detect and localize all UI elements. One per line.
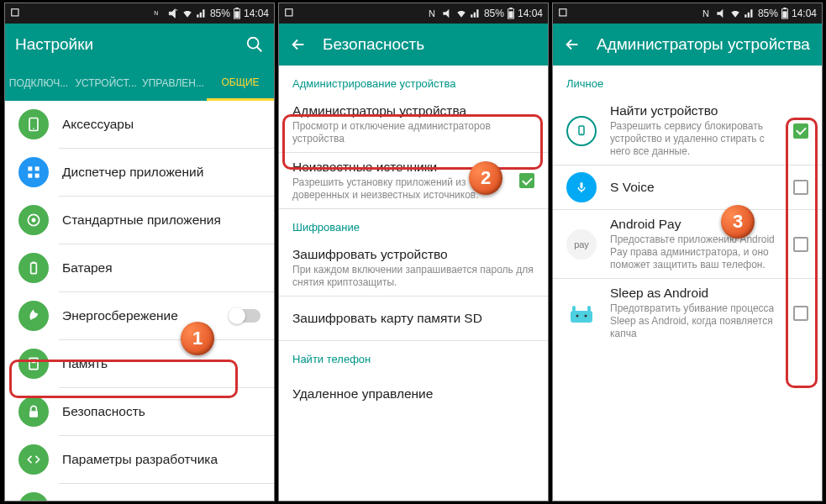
item-device-admins[interactable]: Администраторы устройства Просмотр и отк… [279, 97, 548, 152]
item-label: Зашифровать карту памяти SD [292, 311, 534, 326]
svg-rect-3 [234, 11, 239, 18]
back-button[interactable] [289, 35, 308, 54]
item-unknown-sources[interactable]: Неизвестные источники Разрешить установк… [279, 153, 548, 208]
item-label: Android Pay [610, 217, 780, 232]
item-storage[interactable]: Память [5, 340, 274, 387]
item-sub: Разрешить установку приложений из довере… [292, 176, 506, 202]
svg-rect-19 [29, 411, 38, 417]
item-label: S Voice [610, 180, 780, 195]
admin-android-pay[interactable]: pay Android Pay Предоставьте приложению … [553, 210, 822, 278]
item-remote-control[interactable]: Удаленное управление [279, 372, 548, 416]
screen-security: N 85% 14:04 Безопасность Администрирован… [278, 3, 549, 501]
tab-connections[interactable]: ПОДКЛЮЧ... [5, 66, 72, 101]
svg-rect-9 [28, 166, 32, 171]
item-sub: При каждом включении запрашивается парол… [292, 264, 534, 289]
item-label: Память [62, 356, 260, 371]
status-bar: N 85% 14:04 [279, 3, 548, 24]
svg-text:N: N [702, 8, 709, 18]
admin-find-device[interactable]: Найти устройство Разрешить сервису блоки… [553, 97, 822, 165]
item-accessories[interactable]: Аксессуары [5, 101, 274, 148]
item-label: Администраторы устройства [292, 103, 534, 118]
power-saving-toggle[interactable] [230, 309, 260, 323]
item-sub: Просмотр и отключение администраторов ус… [292, 120, 534, 145]
item-sub: Разрешить сервису блокировать устройство… [610, 120, 780, 158]
item-power-saving[interactable]: Энергосбережение [5, 292, 274, 339]
svg-text:N: N [154, 10, 158, 16]
wifi-icon [182, 8, 193, 19]
svg-rect-0 [12, 9, 18, 16]
search-icon[interactable] [245, 35, 264, 54]
svg-rect-40 [587, 306, 591, 312]
svg-point-37 [576, 314, 579, 317]
item-label: Неизвестные источники [292, 160, 506, 175]
page-title: Безопасность [323, 35, 538, 54]
androidpay-checkbox[interactable] [793, 237, 808, 252]
admin-sleep-android[interactable]: Sleep as Android Предотвратить убивание … [553, 279, 822, 347]
wifi-icon [729, 8, 741, 19]
dev-icon [18, 444, 49, 475]
svg-point-38 [585, 314, 587, 317]
tab-general[interactable]: ОБЩИЕ [207, 66, 274, 101]
back-button[interactable] [563, 35, 581, 54]
admin-svoice[interactable]: S Voice [553, 165, 822, 209]
screenshot-icon [284, 8, 296, 19]
item-label: Батарея [62, 260, 260, 276]
battery-icon [18, 253, 49, 283]
screen-device-admins: N 85% 14:04 Администраторы устройства Ли… [552, 3, 823, 501]
item-developer[interactable]: Параметры разработчика [5, 436, 274, 483]
svg-point-8 [33, 128, 34, 129]
status-bar: N 85% 14:04 [553, 3, 822, 24]
item-encrypt-device[interactable]: Зашифровать устройство При каждом включе… [279, 240, 548, 296]
section-find-phone: Найти телефон [279, 341, 548, 372]
item-label: Удаленное управление [292, 386, 534, 402]
tab-bar: ПОДКЛЮЧ... УСТРОЙСТ... УПРАВЛЕН... ОБЩИЕ [5, 66, 274, 101]
item-sub: Предотвратить убивание процесса Sleep as… [610, 302, 780, 340]
item-label: Аксессуары [62, 117, 260, 132]
nfc-icon: N [701, 8, 713, 19]
svg-point-5 [248, 38, 259, 49]
screenshot-icon [10, 8, 22, 19]
item-encrypt-sd[interactable]: Зашифровать карту памяти SD [279, 297, 548, 340]
page-title: Администраторы устройства [597, 35, 812, 54]
section-encryption: Шифрование [279, 209, 548, 240]
svg-rect-31 [782, 11, 787, 18]
tab-controls[interactable]: УПРАВЛЕН... [139, 66, 207, 101]
svg-rect-10 [35, 166, 39, 171]
find-device-icon [566, 116, 597, 146]
svg-point-20 [28, 501, 40, 502]
svg-rect-16 [32, 262, 34, 264]
battery-icon [233, 8, 241, 19]
item-app-manager[interactable]: Диспетчер приложений [5, 149, 274, 196]
battery-pct: 85% [210, 8, 230, 19]
svoice-checkbox[interactable] [793, 180, 808, 195]
svg-rect-39 [572, 306, 576, 312]
item-battery[interactable]: Батарея [5, 244, 274, 291]
tab-device[interactable]: УСТРОЙСТ... [72, 66, 139, 101]
item-about[interactable]: Об устройстве [5, 484, 274, 501]
svg-point-14 [32, 218, 36, 223]
battery-icon [507, 8, 515, 19]
nfc-icon: N [153, 8, 165, 19]
svg-rect-35 [581, 182, 583, 189]
item-default-apps[interactable]: Стандартные приложения [5, 197, 274, 244]
unknown-sources-checkbox[interactable] [519, 173, 534, 188]
svg-rect-28 [560, 9, 566, 16]
signal-icon [744, 8, 755, 19]
screenshot-icon [558, 8, 570, 19]
section-admin: Администрирование устройства [279, 66, 548, 97]
svg-rect-27 [509, 8, 513, 9]
androidpay-icon: pay [566, 229, 597, 260]
memory-icon [18, 349, 49, 379]
item-label: Зашифровать устройство [292, 247, 534, 262]
svg-rect-17 [29, 358, 38, 369]
sleep-checkbox[interactable] [793, 306, 808, 321]
find-device-checkbox[interactable] [793, 123, 808, 139]
item-label: Стандартные приложения [62, 213, 260, 228]
svg-rect-11 [28, 174, 32, 178]
signal-icon [470, 8, 481, 19]
page-title: Настройки [15, 35, 245, 54]
item-security[interactable]: Безопасность [5, 388, 274, 435]
appbar: Настройки [5, 24, 274, 66]
appbar: Администраторы устройства [553, 24, 822, 66]
svg-point-34 [581, 133, 582, 134]
